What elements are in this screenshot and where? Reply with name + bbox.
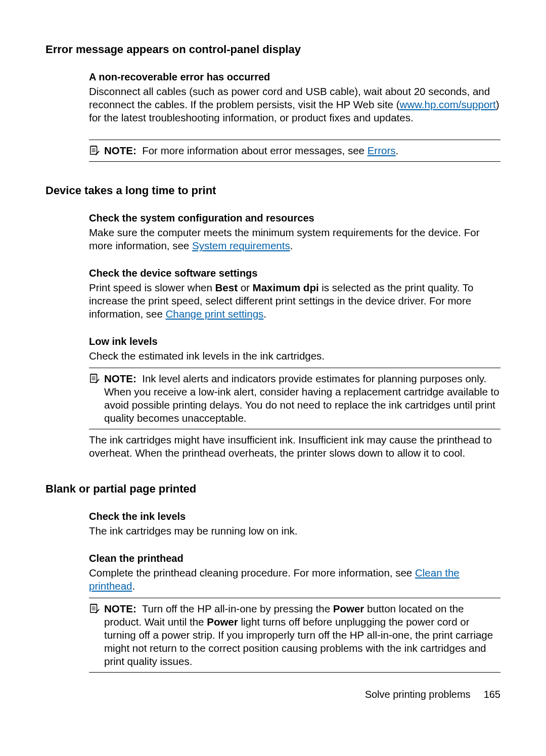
note-body: NOTE: Ink level alerts and indicators pr…: [104, 372, 500, 425]
subsection-nonrecoverable: A non-recoverable error has occurred Dis…: [89, 71, 500, 162]
link-system-requirements[interactable]: System requirements: [192, 240, 290, 251]
text: For more information about error message…: [142, 145, 368, 156]
link-hp-support[interactable]: www.hp.com/support: [400, 99, 496, 110]
subheading-low-ink: Low ink levels: [89, 336, 500, 347]
text: .: [132, 580, 135, 592]
bold-power-1: Power: [333, 603, 365, 614]
heading-long-time: Device takes a long time to print: [46, 184, 500, 197]
subsection-check-ink: Check the ink levels The ink cartridges …: [89, 511, 500, 673]
subheading-check-ink: Check the ink levels: [89, 511, 500, 522]
link-errors[interactable]: Errors: [368, 145, 396, 156]
subheading-sysconfig: Check the system configuration and resou…: [89, 212, 500, 224]
body-clean-printhead: Complete the printhead cleaning procedur…: [89, 566, 500, 593]
subheading-clean-printhead: Clean the printhead: [89, 553, 500, 564]
page-number: 165: [484, 689, 500, 700]
page: Error message appears on control-panel d…: [0, 0, 546, 756]
subheading-software-settings: Check the device software settings: [89, 268, 500, 279]
heading-blank-page: Blank or partial page printed: [46, 482, 500, 496]
note-box-errors: NOTE: For more information about error m…: [89, 140, 500, 162]
note-icon: [89, 603, 100, 614]
text: Turn off the HP all-in-one by pressing t…: [142, 603, 333, 614]
bold-maxdpi: Maximum dpi: [253, 282, 319, 293]
note-label: NOTE:: [104, 603, 136, 614]
body-nonrecoverable: Disconnect all cables (such as power cor…: [89, 85, 500, 124]
text: or: [238, 282, 253, 293]
text: .: [263, 308, 266, 320]
body-after-note: The ink cartridges might have insufficie…: [89, 433, 500, 460]
body-low-ink: Check the estimated ink levels in the in…: [89, 349, 500, 363]
heading-error-message: Error message appears on control-panel d…: [46, 43, 500, 56]
subheading-nonrecoverable: A non-recoverable error has occurred: [89, 71, 500, 83]
note-body: NOTE: Turn off the HP all-in-one by pres…: [104, 602, 500, 668]
text: Print speed is slower when: [89, 282, 215, 293]
text: Ink level alerts and indicators provide …: [104, 373, 499, 424]
bold-power-2: Power: [207, 616, 238, 628]
note-icon: [89, 145, 100, 156]
bold-best: Best: [215, 282, 238, 293]
text: Complete the printhead cleaning procedur…: [89, 567, 415, 579]
footer-section: Solve printing problems: [365, 689, 471, 700]
body-check-ink: The ink cartridges may be running low on…: [89, 524, 500, 538]
note-icon: [89, 373, 100, 384]
text: .: [396, 145, 399, 156]
body-sysconfig: Make sure the computer meets the minimum…: [89, 226, 500, 252]
note-box-power: NOTE: Turn off the HP all-in-one by pres…: [89, 598, 500, 673]
text: .: [290, 240, 293, 251]
note-label: NOTE:: [104, 373, 136, 384]
note-box-ink-level: NOTE: Ink level alerts and indicators pr…: [89, 368, 500, 429]
body-software-settings: Print speed is slower when Best or Maxim…: [89, 281, 500, 321]
note-label: NOTE:: [104, 145, 136, 156]
subsection-sysconfig: Check the system configuration and resou…: [89, 212, 500, 460]
link-change-print-settings[interactable]: Change print settings: [166, 308, 264, 320]
note-body: NOTE: For more information about error m…: [104, 144, 500, 157]
page-footer: Solve printing problems165: [365, 689, 500, 700]
